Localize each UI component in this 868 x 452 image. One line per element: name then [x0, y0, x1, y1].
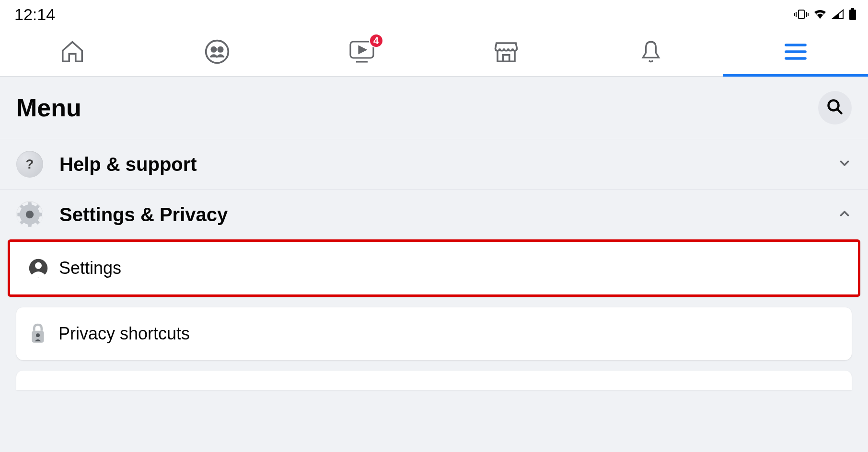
hamburger-icon: [784, 42, 807, 63]
tab-marketplace[interactable]: [434, 29, 579, 76]
search-button[interactable]: [818, 91, 852, 124]
svg-rect-6: [849, 10, 856, 20]
gear-icon: [16, 201, 43, 228]
svg-point-8: [211, 47, 216, 51]
card-label: Settings: [59, 258, 121, 278]
tab-groups[interactable]: [145, 29, 289, 76]
svg-text:?: ?: [26, 157, 34, 171]
battery-icon: [849, 8, 856, 21]
tab-notifications[interactable]: [579, 29, 723, 76]
section-settings-privacy[interactable]: Settings & Privacy: [0, 189, 868, 239]
help-icon: ?: [16, 151, 43, 178]
svg-rect-5: [851, 8, 854, 10]
watch-badge: 4: [369, 34, 383, 48]
bell-icon: [639, 39, 663, 67]
tab-home[interactable]: [0, 29, 145, 76]
home-icon: [59, 39, 85, 67]
search-icon: [826, 98, 844, 117]
chevron-down-icon: [837, 156, 852, 172]
svg-point-9: [218, 47, 222, 51]
chevron-up-icon: [837, 206, 852, 223]
svg-rect-0: [799, 10, 804, 19]
svg-point-20: [26, 211, 34, 218]
menu-screen: Menu ? Help & support Settings & Privacy: [0, 77, 868, 452]
section-label: Settings & Privacy: [59, 204, 228, 226]
tab-watch[interactable]: 4: [289, 29, 434, 76]
marketplace-icon: [493, 39, 519, 67]
menu-header: Menu: [0, 77, 868, 139]
svg-point-24: [36, 333, 40, 337]
wifi-icon: [813, 9, 827, 20]
section-label: Help & support: [59, 154, 197, 175]
settings-privacy-items: Settings Privacy shortcuts: [0, 239, 868, 390]
lock-person-icon: [28, 324, 48, 344]
status-icons: [794, 8, 856, 21]
card-next[interactable]: [16, 371, 852, 390]
card-settings[interactable]: Settings: [8, 239, 860, 297]
svg-line-16: [837, 109, 841, 113]
svg-point-22: [35, 262, 42, 269]
signal-icon: [832, 9, 844, 20]
person-circle-icon: [28, 258, 48, 278]
page-title: Menu: [16, 93, 81, 122]
top-nav: 4: [0, 29, 868, 77]
card-privacy-shortcuts[interactable]: Privacy shortcuts: [16, 307, 852, 360]
svg-point-7: [206, 40, 228, 63]
card-label: Privacy shortcuts: [58, 324, 190, 344]
status-bar: 12:14: [0, 0, 868, 29]
vibrate-icon: [794, 9, 809, 20]
section-help-support[interactable]: ? Help & support: [0, 139, 868, 189]
status-time: 12:14: [14, 5, 55, 24]
groups-icon: [204, 38, 231, 67]
tab-menu[interactable]: [723, 29, 868, 76]
